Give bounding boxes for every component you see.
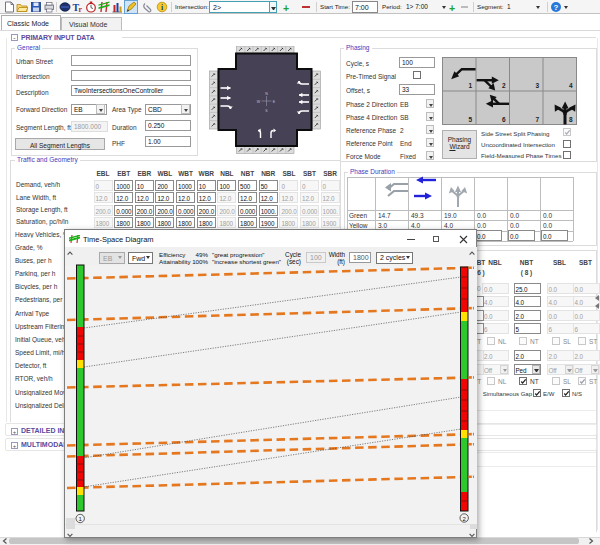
svg-text:4: 4 bbox=[569, 82, 573, 89]
svg-text:r: r bbox=[79, 5, 83, 14]
svg-text:2: 2 bbox=[502, 82, 506, 89]
svg-text:?: ? bbox=[554, 3, 559, 12]
svg-text:1: 1 bbox=[468, 82, 472, 89]
svg-text:7: 7 bbox=[535, 116, 539, 123]
svg-text:3: 3 bbox=[535, 82, 539, 89]
svg-text:5: 5 bbox=[468, 116, 472, 123]
svg-text:8: 8 bbox=[569, 116, 573, 123]
svg-text:6: 6 bbox=[502, 116, 506, 123]
